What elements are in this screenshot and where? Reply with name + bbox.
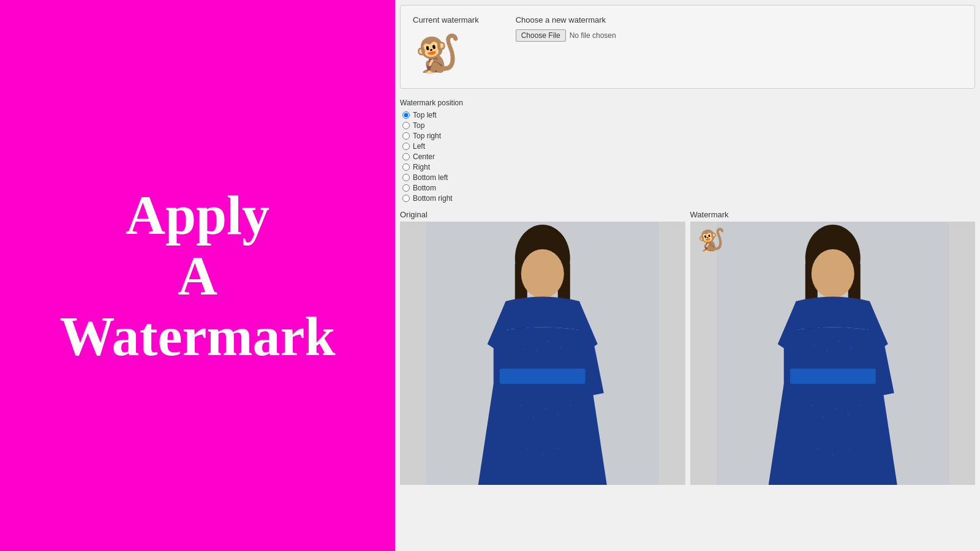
radio-label-center: Center <box>413 152 435 161</box>
svg-point-28 <box>837 340 840 342</box>
radio-bottom[interactable] <box>402 184 410 192</box>
svg-point-12 <box>532 416 535 419</box>
svg-point-17 <box>541 453 544 455</box>
position-title: Watermark position <box>400 99 975 107</box>
svg-point-32 <box>834 407 837 410</box>
svg-point-10 <box>560 346 562 348</box>
svg-point-7 <box>523 343 526 345</box>
watermark-preview: 🐒 <box>413 29 462 78</box>
current-watermark-col: Current watermark 🐒 <box>413 15 479 78</box>
monkey-watermark-icon: 🐒 <box>415 36 461 72</box>
original-image-col: Original <box>400 210 685 485</box>
radio-label-bottom-right: Bottom right <box>413 194 453 203</box>
watermark-dress-svg <box>690 222 976 485</box>
svg-point-34 <box>859 404 861 407</box>
radio-item-left[interactable]: Left <box>402 142 975 151</box>
svg-point-37 <box>846 447 849 449</box>
svg-point-29 <box>850 346 852 348</box>
original-dress-svg <box>400 222 685 485</box>
radio-item-top-right[interactable]: Top right <box>402 132 975 140</box>
file-input-row: Choose File No file chosen <box>516 29 616 42</box>
radio-label-top-right: Top right <box>413 132 441 140</box>
svg-point-36 <box>831 453 834 455</box>
radio-label-left: Left <box>413 142 425 151</box>
svg-point-18 <box>557 447 559 449</box>
current-watermark-label: Current watermark <box>413 15 479 24</box>
svg-point-9 <box>548 340 550 342</box>
svg-point-16 <box>526 447 529 449</box>
radio-top[interactable] <box>402 122 410 129</box>
radio-right[interactable] <box>402 163 410 171</box>
radio-label-bottom-left: Bottom left <box>413 173 448 182</box>
svg-point-33 <box>846 413 849 416</box>
watermark-monkey-overlay: 🐒 <box>698 229 725 251</box>
radio-item-right[interactable]: Right <box>402 163 975 171</box>
radio-label-right: Right <box>413 163 430 171</box>
radio-bottom-right[interactable] <box>402 195 410 202</box>
radio-center[interactable] <box>402 153 410 160</box>
svg-point-31 <box>822 416 824 419</box>
svg-point-5 <box>521 249 564 298</box>
no-file-text: No file chosen <box>570 31 616 40</box>
svg-rect-25 <box>790 369 875 384</box>
radio-item-center[interactable]: Center <box>402 152 975 161</box>
watermark-header: Current watermark 🐒 Choose a new waterma… <box>413 15 962 78</box>
svg-point-30 <box>810 404 812 407</box>
choose-watermark-col: Choose a new watermark Choose File No fi… <box>516 15 616 42</box>
left-panel: ApplyAWatermark <box>0 0 395 551</box>
right-panel: Current watermark 🐒 Choose a new waterma… <box>395 0 980 551</box>
radio-label-bottom: Bottom <box>413 184 436 192</box>
svg-point-13 <box>545 407 547 410</box>
radio-group: Top left Top Top right Left Center Right <box>400 111 975 203</box>
images-section: Original <box>395 205 980 490</box>
radio-item-top[interactable]: Top <box>402 121 975 130</box>
radio-item-top-left[interactable]: Top left <box>402 111 975 119</box>
svg-point-14 <box>557 413 559 416</box>
radio-item-bottom-right[interactable]: Bottom right <box>402 194 975 203</box>
watermark-image-col: Watermark 🐒 <box>690 210 976 485</box>
radio-top-right[interactable] <box>402 132 410 140</box>
radio-left[interactable] <box>402 143 410 150</box>
svg-point-26 <box>813 343 815 345</box>
choose-watermark-label: Choose a new watermark <box>516 15 616 24</box>
svg-point-8 <box>535 349 538 351</box>
radio-item-bottom-left[interactable]: Bottom left <box>402 173 975 182</box>
svg-point-24 <box>811 249 854 298</box>
radio-bottom-left[interactable] <box>402 174 410 181</box>
radio-top-left[interactable] <box>402 111 410 119</box>
watermark-top-section: Current watermark 🐒 Choose a new waterma… <box>400 5 975 89</box>
position-section: Watermark position Top left Top Top righ… <box>395 94 980 205</box>
svg-point-11 <box>520 404 522 407</box>
svg-point-35 <box>816 447 818 449</box>
radio-item-bottom[interactable]: Bottom <box>402 184 975 192</box>
watermark-label: Watermark <box>690 210 976 219</box>
svg-point-27 <box>825 349 827 351</box>
svg-point-15 <box>569 404 571 407</box>
radio-label-top: Top <box>413 121 424 130</box>
original-label: Original <box>400 210 685 219</box>
original-image-container <box>400 222 685 485</box>
page-title: ApplyAWatermark <box>48 173 348 379</box>
radio-label-top-left: Top left <box>413 111 437 119</box>
watermark-image-container: 🐒 <box>690 222 976 485</box>
choose-file-button[interactable]: Choose File <box>516 29 566 42</box>
svg-rect-6 <box>500 369 586 384</box>
